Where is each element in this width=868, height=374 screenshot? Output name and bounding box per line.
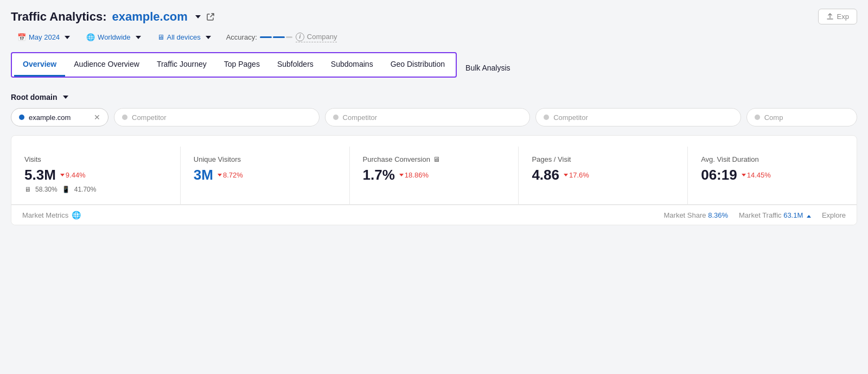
unique-visitors-value-row: 3M 8.72% — [194, 167, 336, 183]
unique-visitors-value: 3M — [194, 167, 213, 183]
market-traffic-label: Market Traffic 63.1M — [739, 211, 811, 219]
date-filter-button[interactable]: 📅 May 2024 — [11, 30, 76, 45]
accuracy-section: Accuracy: — [226, 33, 292, 41]
avg-visit-duration-value: 06:19 — [701, 167, 737, 183]
market-globe-icon: 🌐 — [72, 211, 81, 219]
avg-visit-duration-value-row: 06:19 14.45% — [701, 167, 844, 183]
tab-subdomains[interactable]: Subdomains — [322, 53, 382, 77]
date-filter-label: May 2024 — [29, 33, 60, 41]
pages-per-visit-value: 4.86 — [532, 167, 559, 183]
domain-dropdown-icon[interactable] — [195, 15, 201, 18]
visits-change: 9.44% — [60, 171, 86, 179]
unique-visitors-change: 8.72% — [218, 171, 243, 179]
avg-visit-duration-change: 14.45% — [742, 171, 771, 179]
pages-per-visit-label: Pages / Visit — [532, 155, 674, 163]
tab-geo-distribution[interactable]: Geo Distribution — [382, 53, 454, 77]
domain-selector[interactable]: Root domain — [11, 93, 857, 102]
tabs-container: Overview Audience Overview Traffic Journ… — [11, 52, 457, 78]
visits-value-row: 5.3M 9.44% — [24, 167, 167, 183]
desktop-icon: 🖥 — [24, 186, 31, 193]
market-metrics-right: Market Share 8.36% Market Traffic 63.1M … — [664, 211, 846, 219]
main-domain-value: example.com — [29, 113, 71, 122]
company-section: i Company — [296, 33, 337, 42]
competitor-chip-2[interactable]: Competitor — [325, 108, 531, 126]
visits-arrow-icon — [60, 174, 65, 176]
region-filter-button[interactable]: 🌐 Worldwide — [80, 30, 147, 45]
stat-visits: Visits 5.3M 9.44% 🖥 58.30% 📱 41.70% — [11, 147, 181, 204]
devices-filter-icon: 🖥 — [157, 33, 164, 41]
market-footer: Market Metrics 🌐 Market Share 8.36% Mark… — [11, 205, 857, 225]
market-metrics-label: Market Metrics — [22, 211, 68, 219]
export-label: Exp — [837, 12, 849, 21]
acc-seg-3 — [286, 36, 292, 38]
market-traffic-arrow-icon — [807, 215, 811, 218]
visits-label: Visits — [24, 155, 167, 163]
stat-unique-visitors: Unique Visitors 3M 8.72% — [181, 147, 350, 204]
market-share-label: Market Share 8.36% — [664, 211, 729, 219]
domain-title[interactable]: example.com — [112, 10, 187, 24]
market-metrics-left: Market Metrics 🌐 — [22, 211, 81, 219]
visits-desktop-pct: 58.30% — [35, 186, 58, 193]
pages-per-visit-change: 17.6% — [564, 171, 589, 179]
competitor-chip-1[interactable]: Competitor — [114, 108, 320, 126]
main-domain-dot — [19, 115, 24, 120]
pages-per-visit-arrow-icon — [564, 174, 568, 176]
domain-selector-label: Root domain — [11, 93, 58, 102]
info-icon[interactable]: i — [296, 33, 304, 41]
purchase-conversion-value: 1.7% — [363, 167, 395, 183]
competitor-dot-4 — [755, 115, 760, 120]
tab-bulk-analysis[interactable]: Bulk Analysis — [457, 57, 519, 80]
tab-traffic-journey[interactable]: Traffic Journey — [148, 53, 215, 77]
external-link-icon[interactable] — [206, 12, 215, 21]
main-domain-close-icon[interactable]: ✕ — [94, 113, 100, 122]
company-label: Company — [307, 33, 337, 41]
stat-purchase-conversion: Purchase Conversion 🖥 1.7% 18.86% — [350, 147, 519, 204]
competitor-placeholder-4: Comp — [764, 113, 783, 122]
purchase-conversion-value-row: 1.7% 18.86% — [363, 167, 506, 183]
market-traffic-value: 63.1M — [783, 211, 803, 219]
unique-visitors-label: Unique Visitors — [194, 155, 336, 163]
tab-audience-overview[interactable]: Audience Overview — [65, 53, 148, 77]
accuracy-label: Accuracy: — [226, 33, 257, 41]
acc-seg-2 — [273, 36, 285, 38]
device-filter-button[interactable]: 🖥 All devices — [151, 30, 218, 45]
visits-value: 5.3M — [24, 167, 56, 183]
monitor-label-icon: 🖥 — [433, 155, 440, 163]
export-button[interactable]: Exp — [818, 9, 857, 24]
globe-filter-icon: 🌐 — [86, 33, 95, 41]
avg-visit-duration-label: Avg. Visit Duration — [701, 155, 844, 163]
calendar-icon: 📅 — [17, 33, 26, 41]
main-domain-chip[interactable]: example.com ✕ — [11, 108, 108, 126]
competitor-row: example.com ✕ Competitor Competitor Comp… — [11, 108, 857, 126]
tab-subfolders[interactable]: Subfolders — [269, 53, 322, 77]
pages-per-visit-value-row: 4.86 17.6% — [532, 167, 674, 183]
purchase-conversion-label: Purchase Conversion 🖥 — [363, 155, 506, 163]
explore-link[interactable]: Explore — [822, 211, 846, 219]
stat-avg-visit-duration: Avg. Visit Duration 06:19 14.45% — [688, 147, 857, 204]
competitor-dot-2 — [333, 115, 339, 120]
tab-top-pages[interactable]: Top Pages — [215, 53, 269, 77]
stats-card: Visits 5.3M 9.44% 🖥 58.30% 📱 41.70% — [11, 135, 857, 225]
date-chevron-icon — [65, 36, 70, 39]
avg-visit-duration-arrow-icon — [742, 174, 746, 176]
tab-overview[interactable]: Overview — [14, 53, 65, 77]
competitor-placeholder-3: Competitor — [553, 113, 588, 122]
device-filter-label: All devices — [167, 33, 201, 41]
domain-selector-chevron — [63, 96, 68, 99]
competitor-dot-1 — [122, 115, 127, 120]
filter-bar: 📅 May 2024 🌐 Worldwide 🖥 All devices Acc… — [11, 30, 857, 45]
stat-pages-per-visit: Pages / Visit 4.86 17.6% — [519, 147, 688, 204]
competitor-placeholder-1: Competitor — [132, 113, 167, 122]
accuracy-bar — [260, 36, 292, 38]
purchase-conversion-change: 18.86% — [399, 171, 429, 179]
visits-mobile-pct: 41.70% — [74, 186, 97, 193]
page-title-prefix: Traffic Analytics: — [11, 10, 106, 24]
device-chevron-icon — [206, 36, 211, 39]
region-filter-label: Worldwide — [98, 33, 130, 41]
competitor-chip-4[interactable]: Comp — [746, 108, 857, 126]
unique-visitors-arrow-icon — [218, 174, 222, 176]
region-chevron-icon — [136, 36, 141, 39]
visits-sub: 🖥 58.30% 📱 41.70% — [24, 186, 167, 193]
mobile-icon: 📱 — [62, 186, 70, 193]
competitor-chip-3[interactable]: Competitor — [535, 108, 741, 126]
